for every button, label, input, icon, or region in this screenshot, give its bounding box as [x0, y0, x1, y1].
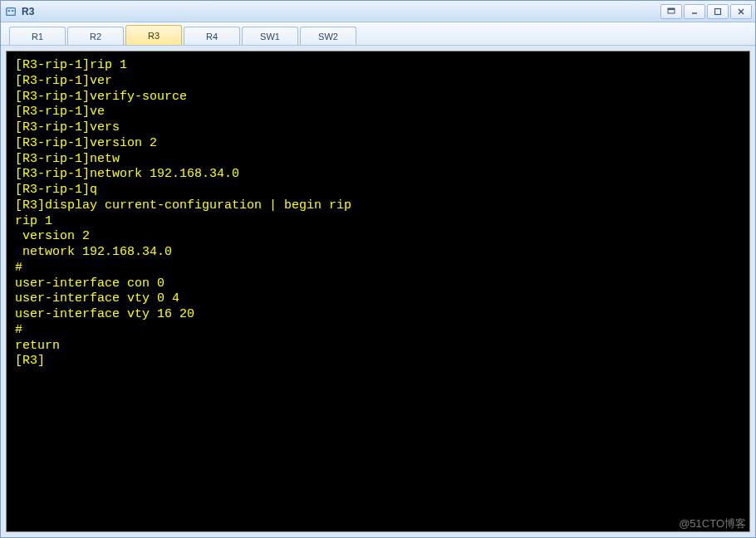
tab-label: R1	[32, 32, 43, 42]
tab-r1[interactable]: R1	[9, 27, 66, 45]
app-icon	[4, 5, 17, 18]
terminal-line: [R3-rip-1]q	[15, 183, 741, 198]
terminal-line: [R3-rip-1]ve	[15, 105, 741, 120]
terminal-line: user-interface con 0	[15, 276, 741, 292]
tab-sw2[interactable]: SW2	[300, 27, 356, 45]
terminal-line: [R3-rip-1]rip 1	[15, 58, 741, 74]
terminal-line: #	[15, 261, 741, 276]
tab-label: SW2	[318, 32, 338, 42]
tab-label: R4	[206, 32, 218, 42]
terminal-line: [R3-rip-1]vers	[15, 120, 741, 136]
svg-rect-6	[715, 8, 721, 14]
terminal-line: network 192.168.34.0	[15, 245, 741, 261]
svg-rect-1	[8, 10, 11, 12]
tab-label: R2	[90, 32, 101, 42]
tab-r2[interactable]: R2	[67, 27, 124, 45]
terminal-line: user-interface vty 0 4	[15, 291, 741, 307]
terminal-line: #	[15, 323, 741, 339]
tab-sw1[interactable]: SW1	[242, 27, 298, 45]
minimize-button[interactable]	[684, 4, 705, 19]
terminal-output[interactable]: [R3-rip-1]rip 1[R3-rip-1]ver[R3-rip-1]ve…	[6, 51, 750, 532]
terminal-line: version 2	[15, 229, 741, 245]
svg-rect-4	[668, 8, 675, 10]
terminal-line: [R3-rip-1]verify-source	[15, 90, 741, 105]
tab-r4[interactable]: R4	[184, 27, 240, 45]
terminal-line: user-interface vty 16 20	[15, 307, 741, 323]
svg-rect-2	[12, 10, 14, 12]
svg-rect-0	[7, 7, 16, 15]
terminal-line: rip 1	[15, 214, 741, 230]
close-button[interactable]	[730, 4, 752, 19]
options-button[interactable]	[660, 4, 682, 19]
tab-bar: R1R2R3R4SW1SW2	[1, 22, 755, 46]
terminal-line: [R3]	[15, 354, 741, 369]
terminal-line: [R3-rip-1]version 2	[15, 136, 741, 152]
window-title: R3	[22, 6, 659, 17]
terminal-line: [R3-rip-1]ver	[15, 74, 741, 90]
terminal-line: [R3-rip-1]netw	[15, 152, 741, 168]
terminal-line: return	[15, 339, 741, 355]
terminal-line: [R3-rip-1]network 192.168.34.0	[15, 167, 741, 183]
terminal-line: [R3]display current-configuration | begi…	[15, 198, 741, 214]
titlebar[interactable]: R3	[1, 1, 755, 22]
tab-label: SW1	[260, 32, 280, 42]
app-window: R3 R1R2R3R4SW1SW2 [R3-rip-1]rip 1[R3-rip…	[0, 0, 756, 538]
tab-label: R3	[148, 31, 160, 41]
tab-r3[interactable]: R3	[125, 25, 182, 45]
window-controls	[659, 4, 752, 19]
maximize-button[interactable]	[707, 4, 729, 19]
